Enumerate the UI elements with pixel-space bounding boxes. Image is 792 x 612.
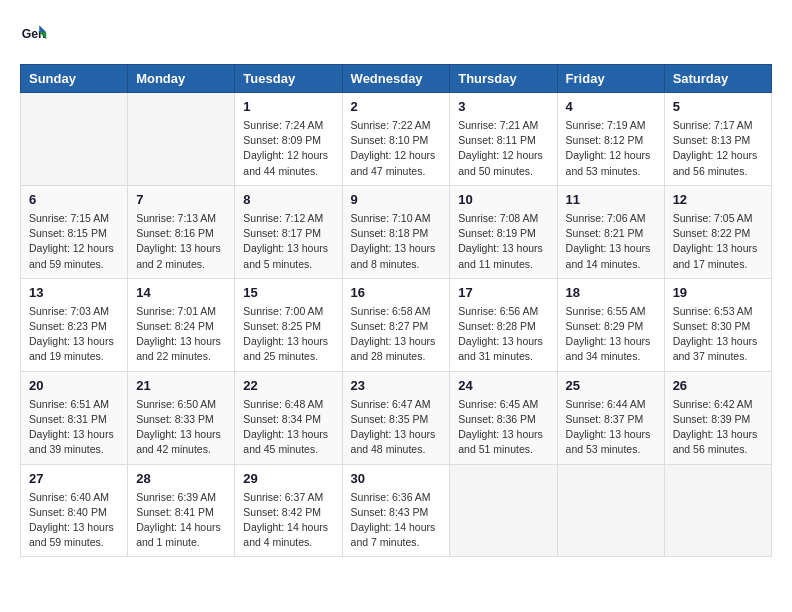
day-number: 14 [136,285,226,300]
calendar-cell: 18Sunrise: 6:55 AM Sunset: 8:29 PM Dayli… [557,278,664,371]
day-number: 23 [351,378,442,393]
day-info: Sunrise: 6:56 AM Sunset: 8:28 PM Dayligh… [458,304,548,365]
logo-icon: Gen [20,20,48,48]
calendar-cell: 19Sunrise: 6:53 AM Sunset: 8:30 PM Dayli… [664,278,771,371]
day-number: 8 [243,192,333,207]
day-info: Sunrise: 6:53 AM Sunset: 8:30 PM Dayligh… [673,304,763,365]
calendar-cell: 11Sunrise: 7:06 AM Sunset: 8:21 PM Dayli… [557,185,664,278]
day-of-week-header: Thursday [450,65,557,93]
calendar-week-row: 27Sunrise: 6:40 AM Sunset: 8:40 PM Dayli… [21,464,772,557]
calendar-table: SundayMondayTuesdayWednesdayThursdayFrid… [20,64,772,557]
page-header: Gen [20,20,772,48]
day-number: 7 [136,192,226,207]
day-info: Sunrise: 6:36 AM Sunset: 8:43 PM Dayligh… [351,490,442,551]
calendar-cell: 20Sunrise: 6:51 AM Sunset: 8:31 PM Dayli… [21,371,128,464]
day-info: Sunrise: 7:17 AM Sunset: 8:13 PM Dayligh… [673,118,763,179]
calendar-cell: 7Sunrise: 7:13 AM Sunset: 8:16 PM Daylig… [128,185,235,278]
calendar-cell: 24Sunrise: 6:45 AM Sunset: 8:36 PM Dayli… [450,371,557,464]
calendar-cell: 2Sunrise: 7:22 AM Sunset: 8:10 PM Daylig… [342,93,450,186]
day-info: Sunrise: 7:21 AM Sunset: 8:11 PM Dayligh… [458,118,548,179]
calendar-cell [664,464,771,557]
day-info: Sunrise: 6:44 AM Sunset: 8:37 PM Dayligh… [566,397,656,458]
day-info: Sunrise: 7:22 AM Sunset: 8:10 PM Dayligh… [351,118,442,179]
calendar-cell: 26Sunrise: 6:42 AM Sunset: 8:39 PM Dayli… [664,371,771,464]
day-info: Sunrise: 7:00 AM Sunset: 8:25 PM Dayligh… [243,304,333,365]
calendar-cell: 29Sunrise: 6:37 AM Sunset: 8:42 PM Dayli… [235,464,342,557]
day-number: 9 [351,192,442,207]
calendar-header: SundayMondayTuesdayWednesdayThursdayFrid… [21,65,772,93]
calendar-cell [128,93,235,186]
calendar-cell: 4Sunrise: 7:19 AM Sunset: 8:12 PM Daylig… [557,93,664,186]
day-info: Sunrise: 6:42 AM Sunset: 8:39 PM Dayligh… [673,397,763,458]
day-info: Sunrise: 6:48 AM Sunset: 8:34 PM Dayligh… [243,397,333,458]
calendar-cell: 1Sunrise: 7:24 AM Sunset: 8:09 PM Daylig… [235,93,342,186]
day-info: Sunrise: 6:40 AM Sunset: 8:40 PM Dayligh… [29,490,119,551]
logo: Gen [20,20,52,48]
day-number: 15 [243,285,333,300]
day-number: 10 [458,192,548,207]
calendar-cell: 16Sunrise: 6:58 AM Sunset: 8:27 PM Dayli… [342,278,450,371]
calendar-body: 1Sunrise: 7:24 AM Sunset: 8:09 PM Daylig… [21,93,772,557]
day-info: Sunrise: 7:03 AM Sunset: 8:23 PM Dayligh… [29,304,119,365]
calendar-cell: 30Sunrise: 6:36 AM Sunset: 8:43 PM Dayli… [342,464,450,557]
day-of-week-header: Saturday [664,65,771,93]
day-info: Sunrise: 6:51 AM Sunset: 8:31 PM Dayligh… [29,397,119,458]
day-of-week-header: Tuesday [235,65,342,93]
day-info: Sunrise: 6:45 AM Sunset: 8:36 PM Dayligh… [458,397,548,458]
day-info: Sunrise: 7:01 AM Sunset: 8:24 PM Dayligh… [136,304,226,365]
day-of-week-header: Sunday [21,65,128,93]
day-number: 19 [673,285,763,300]
day-info: Sunrise: 7:05 AM Sunset: 8:22 PM Dayligh… [673,211,763,272]
day-info: Sunrise: 7:06 AM Sunset: 8:21 PM Dayligh… [566,211,656,272]
day-number: 18 [566,285,656,300]
day-number: 2 [351,99,442,114]
calendar-cell: 25Sunrise: 6:44 AM Sunset: 8:37 PM Dayli… [557,371,664,464]
calendar-cell: 12Sunrise: 7:05 AM Sunset: 8:22 PM Dayli… [664,185,771,278]
calendar-cell: 22Sunrise: 6:48 AM Sunset: 8:34 PM Dayli… [235,371,342,464]
day-number: 26 [673,378,763,393]
day-number: 4 [566,99,656,114]
day-of-week-header: Wednesday [342,65,450,93]
day-number: 11 [566,192,656,207]
calendar-cell: 14Sunrise: 7:01 AM Sunset: 8:24 PM Dayli… [128,278,235,371]
day-info: Sunrise: 7:24 AM Sunset: 8:09 PM Dayligh… [243,118,333,179]
day-info: Sunrise: 6:50 AM Sunset: 8:33 PM Dayligh… [136,397,226,458]
day-number: 21 [136,378,226,393]
day-info: Sunrise: 7:10 AM Sunset: 8:18 PM Dayligh… [351,211,442,272]
calendar-week-row: 13Sunrise: 7:03 AM Sunset: 8:23 PM Dayli… [21,278,772,371]
calendar-cell: 23Sunrise: 6:47 AM Sunset: 8:35 PM Dayli… [342,371,450,464]
day-number: 24 [458,378,548,393]
calendar-cell: 8Sunrise: 7:12 AM Sunset: 8:17 PM Daylig… [235,185,342,278]
calendar-cell: 17Sunrise: 6:56 AM Sunset: 8:28 PM Dayli… [450,278,557,371]
day-number: 29 [243,471,333,486]
day-info: Sunrise: 6:39 AM Sunset: 8:41 PM Dayligh… [136,490,226,551]
day-number: 27 [29,471,119,486]
calendar-week-row: 20Sunrise: 6:51 AM Sunset: 8:31 PM Dayli… [21,371,772,464]
day-number: 16 [351,285,442,300]
calendar-cell: 21Sunrise: 6:50 AM Sunset: 8:33 PM Dayli… [128,371,235,464]
day-number: 1 [243,99,333,114]
calendar-week-row: 6Sunrise: 7:15 AM Sunset: 8:15 PM Daylig… [21,185,772,278]
day-info: Sunrise: 7:15 AM Sunset: 8:15 PM Dayligh… [29,211,119,272]
day-number: 17 [458,285,548,300]
calendar-cell: 6Sunrise: 7:15 AM Sunset: 8:15 PM Daylig… [21,185,128,278]
day-number: 30 [351,471,442,486]
day-number: 3 [458,99,548,114]
day-info: Sunrise: 7:08 AM Sunset: 8:19 PM Dayligh… [458,211,548,272]
day-number: 6 [29,192,119,207]
day-number: 20 [29,378,119,393]
day-number: 22 [243,378,333,393]
calendar-cell [557,464,664,557]
calendar-cell: 10Sunrise: 7:08 AM Sunset: 8:19 PM Dayli… [450,185,557,278]
day-info: Sunrise: 6:47 AM Sunset: 8:35 PM Dayligh… [351,397,442,458]
day-of-week-header: Monday [128,65,235,93]
calendar-cell [21,93,128,186]
calendar-cell: 3Sunrise: 7:21 AM Sunset: 8:11 PM Daylig… [450,93,557,186]
calendar-cell: 28Sunrise: 6:39 AM Sunset: 8:41 PM Dayli… [128,464,235,557]
calendar-cell: 9Sunrise: 7:10 AM Sunset: 8:18 PM Daylig… [342,185,450,278]
day-info: Sunrise: 6:58 AM Sunset: 8:27 PM Dayligh… [351,304,442,365]
calendar-cell: 5Sunrise: 7:17 AM Sunset: 8:13 PM Daylig… [664,93,771,186]
calendar-cell [450,464,557,557]
day-info: Sunrise: 6:37 AM Sunset: 8:42 PM Dayligh… [243,490,333,551]
calendar-cell: 15Sunrise: 7:00 AM Sunset: 8:25 PM Dayli… [235,278,342,371]
